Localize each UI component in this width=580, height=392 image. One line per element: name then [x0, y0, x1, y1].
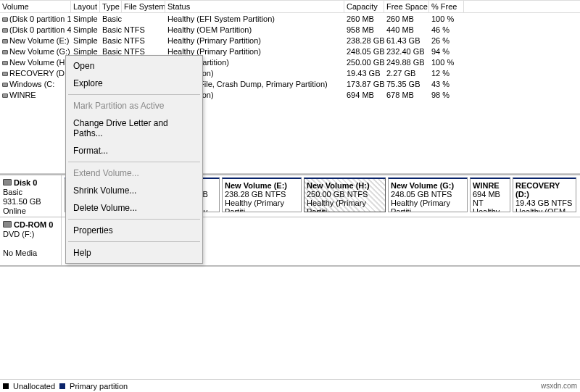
- col-layout[interactable]: Layout: [71, 1, 100, 12]
- menu-help[interactable]: Help: [67, 244, 201, 262]
- menu-extend: Extend Volume...: [67, 164, 201, 182]
- col-pctfree[interactable]: % Free: [429, 1, 464, 12]
- legend-primary-swatch: [59, 383, 65, 389]
- cdrom-header[interactable]: CD-ROM 0 DVD (F:) No Media: [0, 217, 62, 265]
- menu-open[interactable]: Open: [67, 57, 201, 75]
- disk-size: 931.50 GB: [3, 197, 41, 206]
- cdrom-l3: No Media: [3, 249, 37, 257]
- table-row[interactable]: New Volume (E:)SimpleBasicNTFSHealthy (P…: [0, 35, 580, 46]
- legend-unallocated-swatch: [3, 383, 9, 389]
- menu-separator: [68, 162, 200, 162]
- volume-icon: [2, 93, 8, 98]
- legend-bar: Unallocated Primary partition wsxdn.com: [0, 379, 580, 392]
- volume-icon: [2, 50, 8, 54]
- column-headers: Volume Layout Type File System Status Ca…: [0, 0, 580, 13]
- menu-separator: [68, 94, 200, 95]
- menu-properties[interactable]: Properties: [67, 222, 201, 239]
- menu-separator: [68, 241, 200, 242]
- legend-primary: Primary partition: [70, 382, 128, 391]
- table-row[interactable]: (Disk 0 partition 1)SimpleBasicHealthy (…: [0, 13, 580, 24]
- disk-header[interactable]: Disk 0 Basic 931.50 GB Online: [0, 175, 62, 217]
- disk-type: Basic: [3, 188, 22, 196]
- col-freespace[interactable]: Free Space: [384, 1, 429, 12]
- table-row[interactable]: (Disk 0 partition 4)SimpleBasicNTFSHealt…: [0, 24, 580, 35]
- menu-format[interactable]: Format...: [67, 142, 201, 159]
- partition-block[interactable]: New Volume (E:)238.28 GB NTFSHealthy (Pr…: [222, 178, 302, 212]
- menu-explore[interactable]: Explore: [67, 75, 201, 92]
- menu-separator: [68, 219, 200, 220]
- col-status[interactable]: Status: [165, 1, 344, 12]
- credit-text: wsxdn.com: [541, 382, 577, 390]
- volume-icon: [2, 61, 8, 65]
- menu-delete[interactable]: Delete Volume...: [67, 199, 201, 217]
- volume-icon: [2, 39, 8, 43]
- col-capacity[interactable]: Capacity: [344, 1, 384, 12]
- disk-state: Online: [3, 207, 26, 215]
- partition-block[interactable]: RECOVERY (D:)19.43 GB NTFSHealthy (OEM P…: [513, 178, 576, 212]
- partition-block[interactable]: New Volume (G:)248.05 GB NTFSHealthy (Pr…: [388, 178, 468, 212]
- col-volume[interactable]: Volume: [0, 1, 71, 12]
- partition-block[interactable]: WINRE694 MB NTHealthy (O: [470, 178, 510, 212]
- volume-icon: [2, 72, 8, 76]
- volume-icon: [2, 28, 8, 33]
- volume-icon: [2, 83, 8, 87]
- partition-block[interactable]: New Volume (H:)250.00 GB NTFSHealthy (Pr…: [304, 178, 386, 212]
- disk-title: Disk 0: [3, 178, 37, 187]
- menu-change-letter[interactable]: Change Drive Letter and Paths...: [67, 114, 201, 142]
- cdrom-l2: DVD (F:): [3, 230, 34, 238]
- legend-unallocated: Unallocated: [13, 382, 55, 391]
- context-menu: Open Explore Mark Partition as Active Ch…: [65, 55, 203, 264]
- col-type[interactable]: Type: [100, 1, 122, 12]
- col-filesystem[interactable]: File System: [122, 1, 165, 12]
- cdrom-title: CD-ROM 0: [3, 220, 53, 229]
- volume-icon: [2, 17, 8, 22]
- menu-mark-active: Mark Partition as Active: [67, 97, 201, 114]
- menu-shrink[interactable]: Shrink Volume...: [67, 182, 201, 199]
